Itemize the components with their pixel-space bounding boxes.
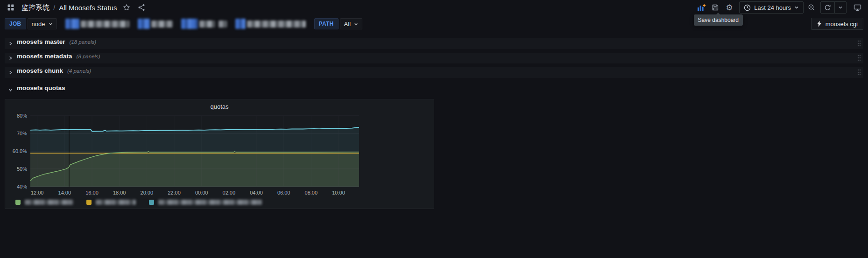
breadcrumb-folder[interactable]: 监控系统: [21, 3, 49, 12]
save-dashboard-icon[interactable]: [709, 1, 721, 14]
breadcrumb-separator: /: [53, 4, 55, 12]
svg-text:20:00: 20:00: [141, 190, 154, 195]
redacted-variable-value-dropdown[interactable]: [219, 21, 227, 28]
dashboard-settings-icon[interactable]: ⚙: [723, 1, 735, 14]
moosefs-cgi-button-label: moosefs cgi: [826, 21, 858, 28]
dashboard-body: moosefs master (18 panels) moosefs metad…: [0, 33, 868, 211]
svg-text:70%: 70%: [17, 131, 27, 136]
refresh-button-group: [820, 1, 847, 14]
quotas-chart[interactable]: 12:0014:0016:0018:0020:0022:0000:0002:00…: [9, 112, 430, 198]
variable-path-value-dropdown[interactable]: All: [340, 18, 362, 29]
variable-redacted-1: [65, 19, 129, 29]
clock-icon: [744, 4, 751, 11]
row-panel-count: (8 panels): [77, 54, 100, 59]
variable-redacted-4: [235, 19, 306, 29]
row-moosefs-master[interactable]: moosefs master (18 panels): [5, 38, 863, 49]
legend-item[interactable]: [149, 200, 262, 205]
chevron-right-icon: [8, 56, 13, 60]
svg-text:50%: 50%: [17, 166, 27, 172]
row-moosefs-quotas[interactable]: moosefs quotas: [5, 84, 863, 95]
svg-text:80%: 80%: [17, 113, 27, 119]
legend-color-swatch: [149, 200, 154, 205]
moosefs-cgi-button[interactable]: moosefs cgi: [811, 18, 863, 30]
apps-grid-icon[interactable]: [5, 1, 17, 14]
svg-text:18:00: 18:00: [113, 190, 126, 195]
zoom-out-icon[interactable]: [805, 1, 818, 14]
svg-text:02:00: 02:00: [223, 190, 236, 195]
top-navbar: 监控系统 / All Moosefs Status ⚙ Last 24 hour…: [0, 0, 868, 15]
variable-path: PATH All: [314, 18, 363, 29]
row-moosefs-chunk[interactable]: moosefs chunk (4 panels): [5, 67, 863, 78]
lightning-icon: [817, 21, 822, 27]
svg-text:40%: 40%: [17, 184, 27, 189]
save-dashboard-tooltip: Save dashboard: [694, 14, 743, 26]
variable-job-value: node: [32, 21, 45, 28]
redacted-variable-label: [65, 19, 79, 29]
variable-job-value-dropdown[interactable]: node: [28, 18, 57, 29]
time-range-label: Last 24 hours: [754, 4, 791, 11]
quotas-panel: quotas 12:0014:0016:0018:0020:0022:0000:…: [5, 99, 434, 209]
svg-text:08:00: 08:00: [305, 190, 318, 195]
refresh-icon[interactable]: [821, 2, 834, 13]
refresh-interval-chevron-icon[interactable]: [834, 2, 846, 13]
row-title: moosefs chunk: [17, 67, 63, 74]
row-drag-handle-icon[interactable]: [857, 69, 861, 76]
svg-text:06:00: 06:00: [277, 190, 290, 195]
row-drag-handle-icon[interactable]: [857, 55, 861, 61]
legend-item[interactable]: [15, 200, 73, 205]
variable-redacted-3: [181, 19, 227, 29]
svg-text:10:00: 10:00: [332, 190, 345, 195]
add-panel-icon[interactable]: [695, 1, 707, 14]
svg-text:16:00: 16:00: [85, 190, 99, 195]
chevron-down-icon: [49, 22, 53, 26]
redacted-variable-value-dropdown[interactable]: [247, 21, 306, 28]
row-panel-count: (4 panels): [67, 68, 91, 74]
svg-text:14:00: 14:00: [58, 190, 71, 195]
breadcrumb: 监控系统 / All Moosefs Status: [21, 3, 117, 12]
row-title: moosefs master: [17, 38, 65, 45]
legend-item[interactable]: [86, 200, 136, 205]
variable-path-value: All: [344, 21, 351, 28]
row-moosefs-metadata[interactable]: moosefs metadata (8 panels): [5, 53, 863, 63]
chevron-down-icon: [354, 22, 358, 26]
svg-text:00:00: 00:00: [195, 190, 208, 195]
redacted-variable-value-dropdown[interactable]: [81, 21, 129, 28]
row-panel-count: (18 panels): [70, 39, 97, 45]
legend-redacted-label: [25, 200, 73, 205]
row-title: moosefs quotas: [17, 84, 65, 91]
gear-icon: ⚙: [726, 4, 733, 12]
row-drag-handle-icon[interactable]: [857, 40, 861, 47]
svg-text:60.0%: 60.0%: [13, 148, 27, 154]
svg-text:04:00: 04:00: [250, 190, 263, 195]
row-title: moosefs metadata: [17, 53, 72, 60]
dashboard-title[interactable]: All Moosefs Status: [59, 4, 117, 12]
redacted-variable-label: [181, 19, 198, 29]
share-icon[interactable]: [135, 1, 148, 14]
redacted-variable-value-dropdown[interactable]: [199, 21, 215, 28]
legend-redacted-label: [158, 200, 262, 205]
redacted-variable-label: [138, 19, 150, 29]
redacted-variable-label: [235, 19, 246, 29]
legend-color-swatch: [15, 200, 21, 205]
variable-job-label: JOB: [5, 18, 26, 29]
redacted-variable-value-dropdown[interactable]: [151, 21, 173, 28]
time-range-picker[interactable]: Last 24 hours: [739, 1, 804, 14]
legend-color-swatch: [86, 200, 92, 205]
star-icon[interactable]: [120, 1, 133, 14]
chevron-right-icon: [8, 70, 13, 75]
cycle-view-monitor-icon[interactable]: [851, 1, 863, 14]
chevron-right-icon: [8, 42, 13, 46]
legend-redacted-label: [96, 200, 136, 205]
svg-text:12:00: 12:00: [31, 190, 44, 195]
chevron-down-icon: [794, 5, 799, 10]
variable-redacted-2: [138, 19, 173, 29]
variable-path-label: PATH: [314, 18, 339, 29]
panel-title[interactable]: quotas: [9, 102, 430, 112]
chart-legend: [9, 198, 430, 205]
svg-text:22:00: 22:00: [168, 190, 181, 195]
variable-job: JOB node: [5, 18, 57, 29]
chevron-down-icon: [8, 88, 13, 92]
